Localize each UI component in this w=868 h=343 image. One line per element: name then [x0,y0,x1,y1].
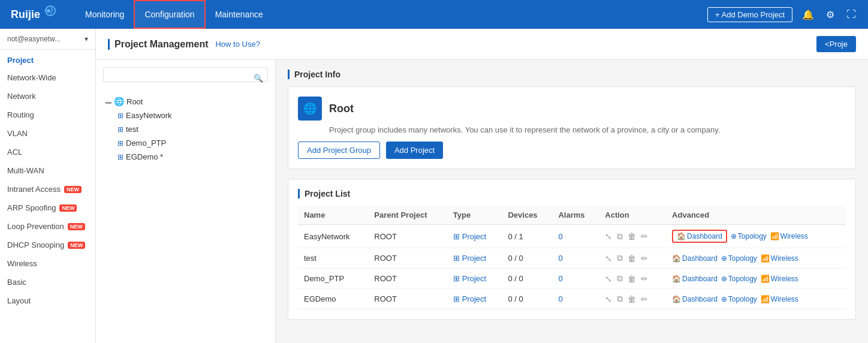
topology-icon: ⊕ [731,232,737,240]
cell-devices: 0 / 0 [502,269,552,289]
topology-icon: ⊕ [721,275,727,283]
alarms-link[interactable]: 0 [558,254,562,263]
add-project-group-button[interactable]: Add Project Group [298,142,380,159]
topology-icon: ⊕ [721,254,727,263]
topology-link[interactable]: ⊕Topology [731,232,767,240]
copy-icon[interactable]: ⧉ [617,231,623,242]
copy-icon[interactable]: ⧉ [617,294,623,304]
expand-icon[interactable]: ⛶ [844,7,858,22]
copy-icon[interactable]: ⧉ [617,253,623,263]
cell-type: ⊞ Project [447,225,502,248]
sidebar-item-acl[interactable]: ACL [0,143,95,161]
type-link[interactable]: Project [462,274,486,283]
tree-node-test[interactable]: ⊞ test [115,122,268,136]
delete-icon[interactable]: 🗑 [628,294,636,304]
project-info-section-title: Project Info [288,70,856,79]
gear-icon[interactable]: ⚙ [824,7,837,23]
sidebar-item-arp-spoofing[interactable]: ARP Spoofing NEW [0,198,95,217]
project-type-icon: ⊞ [453,294,460,303]
page-header: Project Management How to Use? <Proje [96,29,868,60]
type-link[interactable]: Project [462,254,486,263]
sidebar-item-network-wide[interactable]: Network-Wide [0,68,95,87]
sidebar-item-intranet-access[interactable]: Intranet Access NEW [0,180,95,198]
cell-alarms: 0 [552,269,599,289]
copy-icon[interactable]: ⧉ [617,273,623,284]
project-icon-demo-ptp: ⊞ [117,139,123,148]
how-to-use-link[interactable]: How to Use? [215,40,260,49]
sidebar-user[interactable]: not@easynetw... ▾ [0,29,95,50]
share-icon[interactable]: ⤡ [605,274,612,284]
cell-advanced: 🏠Dashboard ⊕Topology 📶Wireless [666,289,846,309]
edit-icon[interactable]: ✏ [641,231,648,241]
nav-monitoring[interactable]: Monitoring [76,0,134,29]
content-area: Project Management How to Use? <Proje 🔍 … [96,29,868,343]
sidebar-item-loop-prevention[interactable]: Loop Prevention NEW [0,217,95,236]
search-wrapper: 🔍 [103,67,268,88]
nav-maintenance[interactable]: Maintenance [206,0,273,29]
wifi-icon: 📶 [761,295,770,303]
globe-icon: 🌐 [114,97,124,106]
project-table-body: EasyNetwork ROOT ⊞ Project 0 / 1 0 ⤡ ⧉ 🗑… [298,225,846,309]
sidebar-item-layout[interactable]: Layout [0,291,95,310]
edit-icon[interactable]: ✏ [641,294,648,304]
table-row: test ROOT ⊞ Project 0 / 0 0 ⤡ ⧉ 🗑 ✏ 🏠Das… [298,248,846,269]
type-link[interactable]: Project [462,294,486,303]
sidebar-item-routing[interactable]: Routing [0,106,95,124]
sidebar-item-network[interactable]: Network [0,87,95,106]
cell-action: ⤡ ⧉ 🗑 ✏ [599,225,666,248]
project-type-icon: ⊞ [453,232,460,241]
sidebar-item-wireless[interactable]: Wireless [0,254,95,273]
search-icon[interactable]: 🔍 [254,73,263,82]
info-panel: Project Info 🌐 Root Project group includ… [276,60,868,343]
wifi-icon: 📶 [761,254,770,263]
delete-icon[interactable]: 🗑 [628,254,636,263]
sidebar-item-dhcp-snooping[interactable]: DHCP Snooping NEW [0,236,95,254]
add-demo-button[interactable]: + Add Demo Project [707,7,792,22]
share-icon[interactable]: ⤡ [605,231,612,241]
tree-node-root[interactable]: ▬ 🌐 Root [103,94,268,109]
project-list-title: Project List [298,189,846,198]
alarms-link[interactable]: 0 [558,294,562,303]
type-link[interactable]: Project [462,232,486,241]
svg-point-2 [47,9,50,13]
alarms-link[interactable]: 0 [558,274,562,283]
dashboard-link[interactable]: 🏠Dashboard [672,295,718,303]
delete-icon[interactable]: 🗑 [628,231,636,241]
tree-node-easynetwork[interactable]: ⊞ EasyNetwork [115,109,268,122]
wireless-link[interactable]: 📶Wireless [761,254,798,263]
sidebar-item-multi-wan[interactable]: Multi-WAN [0,161,95,180]
delete-icon[interactable]: 🗑 [628,274,636,284]
project-right-button[interactable]: <Proje [816,36,856,52]
add-project-button[interactable]: Add Project [386,142,443,159]
topology-link[interactable]: ⊕Topology [721,295,757,303]
new-badge-dhcp: NEW [68,242,85,249]
share-icon[interactable]: ⤡ [605,254,612,263]
edit-icon[interactable]: ✏ [641,274,648,284]
dashboard-link[interactable]: 🏠Dashboard [672,254,718,263]
bell-icon[interactable]: 🔔 [800,7,816,23]
cell-action: ⤡ ⧉ 🗑 ✏ [599,289,666,309]
dashboard-link[interactable]: 🏠Dashboard [672,275,718,283]
topology-link[interactable]: ⊕Topology [721,275,757,283]
tree-search-input[interactable] [103,67,268,82]
wireless-link[interactable]: 📶Wireless [770,232,808,240]
wireless-link[interactable]: 📶Wireless [761,275,798,283]
wifi-icon: 📶 [770,232,779,240]
share-icon[interactable]: ⤡ [605,294,612,304]
wireless-link[interactable]: 📶Wireless [761,295,798,303]
new-badge-loop: NEW [68,223,85,230]
collapse-icon[interactable]: ▬ [106,98,111,105]
topology-link[interactable]: ⊕Topology [721,254,757,263]
tree-node-demo-ptp[interactable]: ⊞ Demo_PTP [115,136,268,150]
sidebar-item-basic[interactable]: Basic [0,273,95,291]
cell-parent: ROOT [368,225,447,248]
alarms-link[interactable]: 0 [558,232,562,241]
cell-type: ⊞ Project [447,248,502,269]
page-title: Project Management [108,39,208,50]
sidebar-item-vlan[interactable]: VLAN [0,124,95,143]
tree-node-egdemo[interactable]: ⊞ EGDemo * [115,150,268,164]
nav-configuration[interactable]: Configuration [134,0,205,29]
cell-advanced: 🏠Dashboard ⊕Topology 📶Wireless [666,248,846,269]
dashboard-link[interactable]: 🏠Dashboard [672,230,727,243]
edit-icon[interactable]: ✏ [641,254,648,263]
